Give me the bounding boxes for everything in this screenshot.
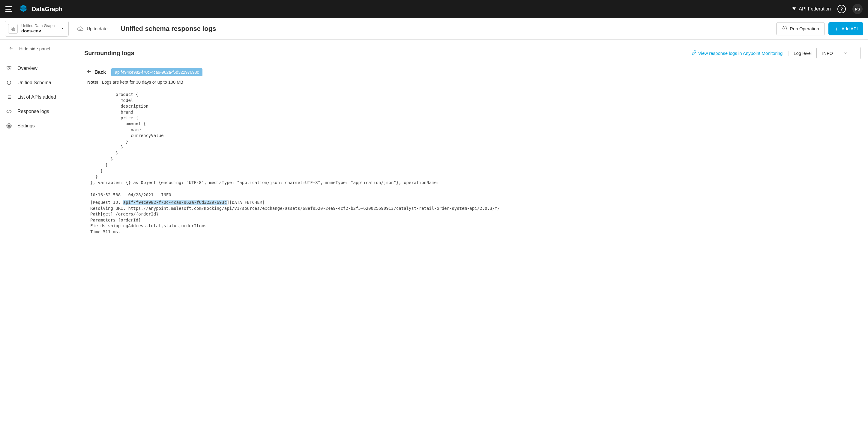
svg-point-8 [8,125,10,127]
request-id-tag: apif-f94ce982-f70c-4ca9-962a-f6d32297693… [111,68,203,76]
api-federation-link[interactable]: API Federation [792,6,831,12]
overview-icon [6,65,12,71]
req-prefix: [Request ID: [90,200,123,205]
hide-label: Hide side panel [19,46,50,51]
run-label: Run Operation [790,26,819,31]
sidebar-item-list-apis[interactable]: List of APIs added [0,90,77,104]
req-suffix: ][DATA_FETCHER] [227,200,265,205]
env-label: Unified Data Graph [21,23,55,28]
add-api-button[interactable]: ＋ Add API [829,22,863,35]
federation-icon [792,6,796,12]
sidebar-item-response-logs[interactable]: Response logs [0,104,77,119]
brand: DataGraph [19,4,62,14]
sidebar-item-settings[interactable]: Settings [0,119,77,133]
sync-status: Up to date [77,26,107,32]
svg-rect-1 [795,7,796,8]
note-bold: Note! [87,80,98,84]
braces-icon [782,26,787,32]
surrounding-logs-title: Surrounding logs [84,50,134,57]
sidebar-item-label: Unified Schema [18,80,51,86]
env-name: docs-env [21,28,55,34]
plus-icon: ＋ [834,25,839,32]
note-text: Logs are kept for 30 days or up to 100 M… [102,80,183,84]
chevron-down-icon [61,26,64,31]
list-icon [6,94,12,100]
svg-rect-2 [793,9,795,9]
chevron-down-icon [844,50,847,56]
status-text: Up to date [87,26,107,31]
page-title: Unified schema response logs [121,25,216,33]
svg-rect-7 [9,66,11,68]
help-button[interactable]: ? [837,5,846,13]
link-icon [692,50,696,56]
sidebar-item-overview[interactable]: Overview [0,61,77,75]
arrow-left-icon [8,46,14,51]
monitoring-link-text: View response logs in Anypoint Monitorin… [698,50,783,56]
svg-rect-6 [7,66,9,68]
log-block-1: product { model description brand price … [84,90,861,190]
log-meta: 10:16:52.588 04/28/2021 INFO [90,192,855,198]
log-body: Resolving URI: https://anypoint.mulesoft… [90,206,500,234]
divider: | [787,50,789,56]
add-label: Add API [842,26,858,31]
loglevel-value: INFO [822,50,833,56]
log-block-2: 10:16:52.588 04/28/2021 INFO[Request ID:… [84,190,861,239]
sidebar-item-label: Settings [18,123,35,129]
sidebar-item-unified-schema[interactable]: Unified Schema [0,75,77,90]
federation-label: API Federation [799,6,831,12]
sidebar-item-label: Overview [18,66,37,71]
run-operation-button[interactable]: Run Operation [776,22,825,35]
svg-point-5 [784,28,785,29]
cloud-check-icon [77,26,84,32]
code-icon [6,108,12,114]
user-avatar[interactable]: PS [852,4,863,14]
monitoring-link[interactable]: View response logs in Anypoint Monitorin… [692,50,783,56]
back-label: Back [94,70,106,75]
schema-icon [6,80,12,86]
svg-rect-0 [792,7,794,8]
note-row: Note! Logs are kept for 30 days or up to… [87,80,861,84]
sidebar-item-label: Response logs [18,109,49,114]
brand-logo-icon [19,4,28,14]
arrow-left-icon [86,69,92,75]
hide-side-panel[interactable]: Hide side panel [4,42,73,56]
brand-name: DataGraph [32,6,62,12]
loglevel-select[interactable]: INFO [816,47,861,59]
sidebar-item-label: List of APIs added [18,94,56,100]
environment-selector[interactable]: Unified Data Graph docs-env [5,21,69,37]
env-icon [8,24,18,34]
loglevel-label: Log level [794,50,812,56]
back-button[interactable]: Back [86,69,106,75]
highlighted-request-id: apif-f94ce982-f70c-4ca9-962a-f6d32297693… [123,200,227,205]
gear-icon [6,123,12,129]
menu-icon[interactable] [5,6,12,12]
